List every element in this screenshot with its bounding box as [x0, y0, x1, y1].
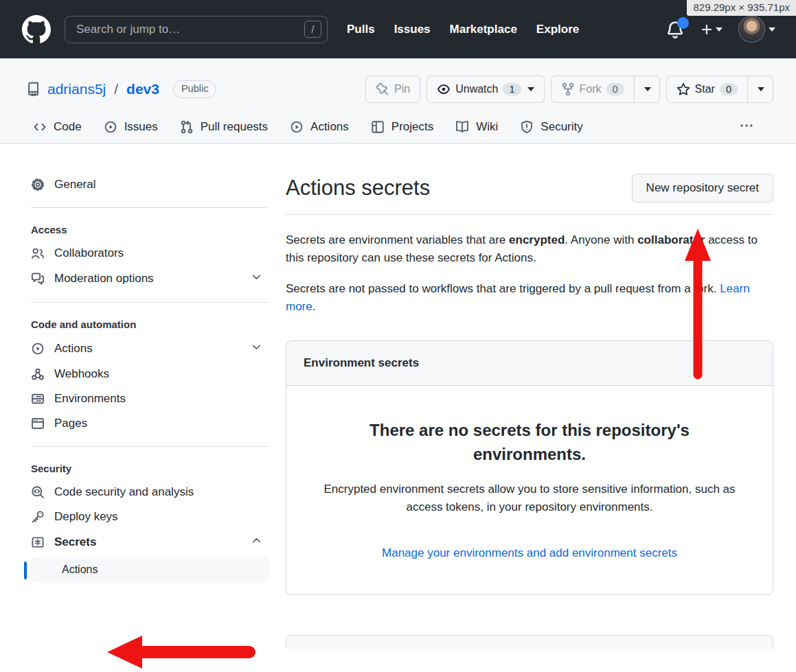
- selected-accent-bar: [24, 561, 27, 579]
- header-user-controls: +: [666, 16, 775, 42]
- tab-issues[interactable]: Issues: [93, 111, 169, 143]
- sidebar-item-label: Webhooks: [54, 367, 109, 381]
- settings-content: General Access Collaborators Moderation …: [0, 143, 796, 649]
- sidebar-subitem-secrets-actions[interactable]: Actions: [31, 557, 269, 583]
- star-dropdown-button[interactable]: [748, 76, 773, 103]
- paragraph-text: . Anyone with: [565, 233, 637, 246]
- nav-marketplace[interactable]: Marketplace: [450, 23, 517, 36]
- server-icon: [31, 392, 45, 406]
- play-icon: [31, 342, 45, 356]
- github-logo-icon[interactable]: [22, 15, 51, 44]
- repo-owner-link[interactable]: adrians5j: [47, 81, 106, 97]
- settings-sidebar: General Access Collaborators Moderation …: [0, 143, 269, 583]
- sidebar-item-webhooks[interactable]: Webhooks: [24, 362, 269, 386]
- plus-icon: +: [701, 20, 712, 39]
- top-nav-links: Pulls Issues Marketplace Explore: [347, 23, 579, 36]
- visibility-badge: Public: [173, 80, 217, 97]
- issue-opened-icon: [104, 120, 117, 134]
- repo-header: adrians5j / dev3 Public Pin: [0, 58, 796, 143]
- repo-name-link[interactable]: dev3: [126, 81, 159, 97]
- fork-label: Fork: [580, 83, 602, 95]
- tab-label: Pull requests: [201, 120, 268, 134]
- paragraph-bold: encrypted: [509, 233, 565, 246]
- sidebar-item-general[interactable]: General: [24, 172, 269, 197]
- tab-label: Actions: [310, 120, 349, 134]
- github-repo-settings-page: Search or jump to… / Pulls Issues Market…: [0, 0, 796, 672]
- tab-label: Issues: [124, 120, 158, 134]
- empty-state-title: There are no secrets for this repository…: [314, 419, 745, 467]
- sidebar-item-label: Deploy keys: [54, 510, 118, 524]
- sidebar-item-label: Moderation options: [54, 272, 154, 286]
- sidebar-item-secrets[interactable]: Secrets: [24, 529, 269, 555]
- star-icon: [676, 82, 690, 96]
- manage-environments-link[interactable]: Manage your environments and add environ…: [382, 546, 677, 560]
- unwatch-button[interactable]: Unwatch 1: [427, 76, 544, 103]
- fork-button-group: Fork 0: [551, 76, 660, 103]
- new-repository-secret-button[interactable]: New repository secret: [632, 174, 773, 202]
- actions-secrets-panel: Actions secrets New repository secret Se…: [269, 143, 796, 649]
- sidebar-item-environments[interactable]: Environments: [24, 386, 269, 411]
- sidebar-item-label: General: [54, 178, 95, 192]
- sidebar-section-security: Security: [24, 457, 269, 480]
- chevron-down-icon: [527, 87, 534, 91]
- comment-discussion-icon: [31, 272, 45, 286]
- slash-key-hint: /: [304, 21, 321, 38]
- tab-wiki[interactable]: Wiki: [444, 111, 509, 143]
- unwatch-label: Unwatch: [455, 83, 498, 95]
- webhook-icon: [31, 367, 45, 381]
- watch-count: 1: [503, 83, 521, 95]
- codescan-icon: [31, 485, 45, 499]
- top-navigation-bar: Search or jump to… / Pulls Issues Market…: [0, 0, 796, 58]
- sidebar-item-deploy-keys[interactable]: Deploy keys: [24, 505, 269, 529]
- sidebar-item-moderation-options[interactable]: Moderation options: [24, 266, 269, 292]
- sidebar-item-collaborators[interactable]: Collaborators: [24, 241, 269, 266]
- sidebar-item-label: Environments: [54, 392, 126, 406]
- pin-label: Pin: [394, 83, 410, 95]
- people-icon: [31, 246, 45, 260]
- pin-button[interactable]: Pin: [365, 76, 420, 103]
- paragraph-text: .: [312, 300, 316, 313]
- notification-dot: [677, 17, 689, 29]
- sidebar-item-code-security-and-analysis[interactable]: Code security and analysis: [24, 480, 269, 505]
- fork-dropdown-button[interactable]: [635, 76, 660, 103]
- sidebar-item-pages[interactable]: Pages: [24, 411, 269, 436]
- sidebar-divider: [31, 302, 269, 303]
- repo-icon: [26, 82, 41, 96]
- sidebar-section-access: Access: [24, 218, 269, 241]
- tab-label: Code: [54, 120, 82, 134]
- fork-icon: [561, 82, 575, 96]
- sidebar-item-label: Actions: [62, 564, 98, 575]
- panel-header: Actions secrets New repository secret: [286, 174, 773, 202]
- paragraph-text: Secrets are environment variables that a…: [286, 233, 509, 246]
- chevron-down-icon: [644, 87, 651, 91]
- page-title: Actions secrets: [286, 176, 430, 200]
- tab-projects[interactable]: Projects: [360, 111, 444, 143]
- pin-icon: [376, 82, 389, 96]
- chevron-down-icon: [769, 27, 775, 32]
- kebab-horizontal-icon: [740, 119, 753, 132]
- fork-button[interactable]: Fork 0: [551, 76, 635, 103]
- sidebar-section-code-and-automation: Code and automation: [24, 313, 269, 336]
- create-new-menu[interactable]: +: [701, 20, 723, 39]
- search-input[interactable]: Search or jump to… /: [65, 16, 328, 43]
- dimension-tooltip: 829.29px × 935.71px: [687, 0, 796, 16]
- user-menu[interactable]: [739, 16, 775, 42]
- tab-security[interactable]: Security: [509, 111, 593, 143]
- chevron-up-icon: [251, 535, 262, 550]
- nav-issues[interactable]: Issues: [394, 23, 431, 36]
- play-icon: [290, 120, 304, 134]
- sidebar-item-actions[interactable]: Actions: [24, 336, 269, 362]
- nav-explore[interactable]: Explore: [536, 23, 579, 36]
- sidebar-item-label: Pages: [54, 417, 87, 430]
- notifications-button[interactable]: [666, 20, 685, 39]
- paragraph-text: Secrets are not passed to workflows that…: [286, 282, 720, 295]
- star-button[interactable]: Star 0: [666, 76, 748, 103]
- tab-code[interactable]: Code: [22, 111, 93, 143]
- tab-pull-requests[interactable]: Pull requests: [169, 111, 279, 143]
- tab-overflow-button[interactable]: [740, 119, 753, 135]
- sidebar-item-label: Code security and analysis: [54, 485, 194, 499]
- empty-state-description: Encrypted environment secrets allow you …: [314, 480, 745, 517]
- nav-pulls[interactable]: Pulls: [347, 23, 375, 36]
- code-icon: [33, 120, 47, 134]
- tab-actions[interactable]: Actions: [279, 111, 360, 143]
